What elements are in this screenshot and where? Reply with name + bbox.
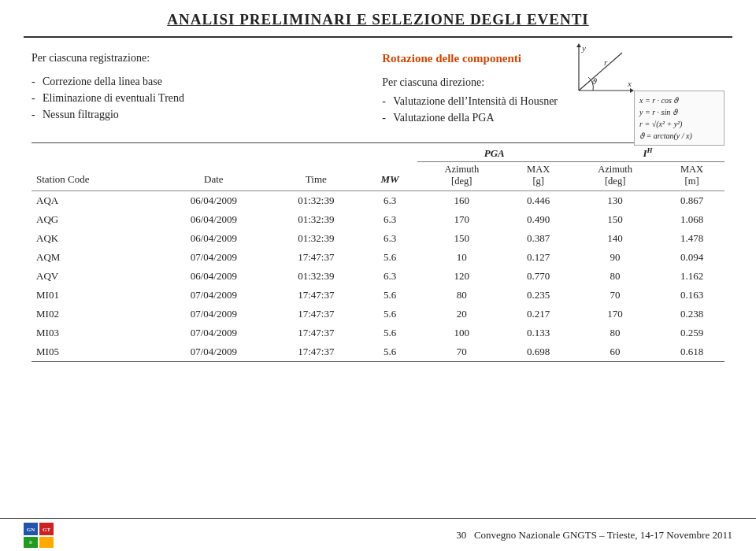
ih-superscript: H [647,146,653,154]
table-row: MI0207/04/200917:47:375.6200.2171700.238 [32,305,724,324]
gngts-logo: GN GT S [24,523,54,548]
cell-ih-azimuth: 90 [571,248,659,267]
footer: GN GT S 30 Convegno Nazionale GNGTS – Tr… [0,518,756,551]
th-ih-azimuth: Azimuth [deg] [571,162,659,191]
cell-station: AQM [32,248,158,267]
svg-text:x: x [627,79,632,88]
cell-ih-max: 1.478 [659,229,724,248]
footer-text: 30 Convegno Nazionale GNGTS – Trieste, 1… [456,529,732,542]
ih-max-unit: [m] [685,176,699,187]
cell-time: 17:47:37 [270,342,362,362]
cell-date: 07/04/2009 [158,305,270,324]
ih-azimuth-label: Azimuth [598,164,632,175]
svg-text:ϑ: ϑ [591,77,597,86]
cell-mw: 5.6 [362,286,418,305]
right-item-1: Valutazione dell’Intensità di Housner [382,95,724,108]
cell-mw: 6.3 [362,210,418,229]
cell-time: 17:47:37 [270,305,362,324]
cell-pga-max: 0.235 [506,286,571,305]
cell-mw: 6.3 [362,191,418,211]
cell-pga-azimuth: 100 [417,324,506,342]
cell-ih-azimuth: 130 [571,191,659,211]
cell-pga-max: 0.217 [506,305,571,324]
table-body: AQA06/04/200901:32:396.31600.4461300.867… [32,191,724,362]
th-ih-group: IH [571,143,724,162]
th-pga-group: PGA [417,143,571,162]
right-item-2: Valutazione della PGA [382,112,724,124]
svg-text:GT: GT [43,527,50,533]
cell-ih-azimuth: 80 [571,267,659,286]
ih-azimuth-unit: [deg] [605,176,625,187]
cell-pga-max: 0.698 [506,342,571,362]
cell-pga-max: 0.387 [506,229,571,248]
cell-ih-azimuth: 80 [571,324,659,342]
th-station-code: Station Code [32,143,158,191]
cell-pga-azimuth: 80 [417,286,506,305]
cell-date: 07/04/2009 [158,286,270,305]
cell-station: AQK [32,229,158,248]
cell-ih-max: 0.259 [659,324,724,342]
cell-date: 07/04/2009 [158,248,270,267]
cell-time: 17:47:37 [270,248,362,267]
cell-station: MI05 [32,342,158,362]
table-row: AQM07/04/200917:47:375.6100.127900.094 [32,248,724,267]
table-top-header-row: Station Code Date Time MW PGA IH [32,143,724,162]
cell-time: 01:32:39 [270,267,362,286]
th-pga-max: MAX [g] [506,162,571,191]
cell-date: 06/04/2009 [158,267,270,286]
cell-ih-max: 0.618 [659,342,724,362]
cell-mw: 6.3 [362,229,418,248]
cell-pga-azimuth: 70 [417,342,506,362]
left-item-2: Eliminazione di eventuali Trend [32,92,343,105]
svg-rect-12 [39,537,54,548]
table-row: AQV06/04/200901:32:396.31200.770801.162 [32,267,724,286]
cell-time: 01:32:39 [270,229,362,248]
cell-date: 07/04/2009 [158,342,270,362]
cell-time: 17:47:37 [270,324,362,342]
table-row: AQA06/04/200901:32:396.31600.4461300.867 [32,191,724,211]
table-row: AQG06/04/200901:32:396.31700.4901501.068 [32,210,724,229]
pga-azimuth-label: Azimuth [444,164,479,175]
cell-mw: 5.6 [362,324,418,342]
cell-pga-azimuth: 10 [417,248,506,267]
cell-ih-azimuth: 140 [571,229,659,248]
cell-date: 07/04/2009 [158,324,270,342]
pga-max-label: MAX [527,164,550,175]
svg-text:r: r [604,57,608,67]
cell-ih-azimuth: 70 [571,286,659,305]
pga-max-unit: [g] [532,176,544,187]
svg-line-6 [579,53,622,91]
cell-ih-max: 0.238 [659,305,724,324]
data-table: Station Code Date Time MW PGA IH Azimuth… [32,142,724,362]
conference-text: Convegno Nazionale GNGTS – Trieste, 14-1… [474,529,732,541]
coordinate-diagram: x y r ϑ [571,43,634,98]
svg-marker-3 [576,43,581,47]
table-row: AQK06/04/200901:32:396.31500.3871401.478 [32,229,724,248]
cell-ih-max: 0.094 [659,248,724,267]
left-item-1: Correzione della linea base [32,76,343,88]
cell-pga-max: 0.133 [506,324,571,342]
cell-time: 17:47:37 [270,286,362,305]
cell-ih-azimuth: 150 [571,210,659,229]
cell-station: MI03 [32,324,158,342]
cell-pga-azimuth: 160 [417,191,506,211]
th-mw: MW [362,143,418,191]
cell-time: 01:32:39 [270,210,362,229]
cell-pga-azimuth: 170 [417,210,506,229]
left-items-list: Correzione della linea base Eliminazione… [32,76,343,121]
cell-pga-max: 0.770 [506,267,571,286]
ih-max-label: MAX [680,164,703,175]
cell-station: MI02 [32,305,158,324]
left-item-3: Nessun filtraggio [32,109,343,121]
cell-ih-max: 1.068 [659,210,724,229]
cell-pga-azimuth: 120 [417,267,506,286]
diagram-area: x y r ϑ x = r · cos ϑ y = r · sin ϑ r = … [638,43,724,146]
cell-station: AQA [32,191,158,211]
svg-text:S: S [29,539,32,545]
cell-pga-azimuth: 20 [417,305,506,324]
cell-ih-max: 0.163 [659,286,724,305]
table-row: MI0107/04/200917:47:375.6800.235700.163 [32,286,724,305]
cell-pga-max: 0.127 [506,248,571,267]
cell-mw: 5.6 [362,248,418,267]
cell-station: MI01 [32,286,158,305]
